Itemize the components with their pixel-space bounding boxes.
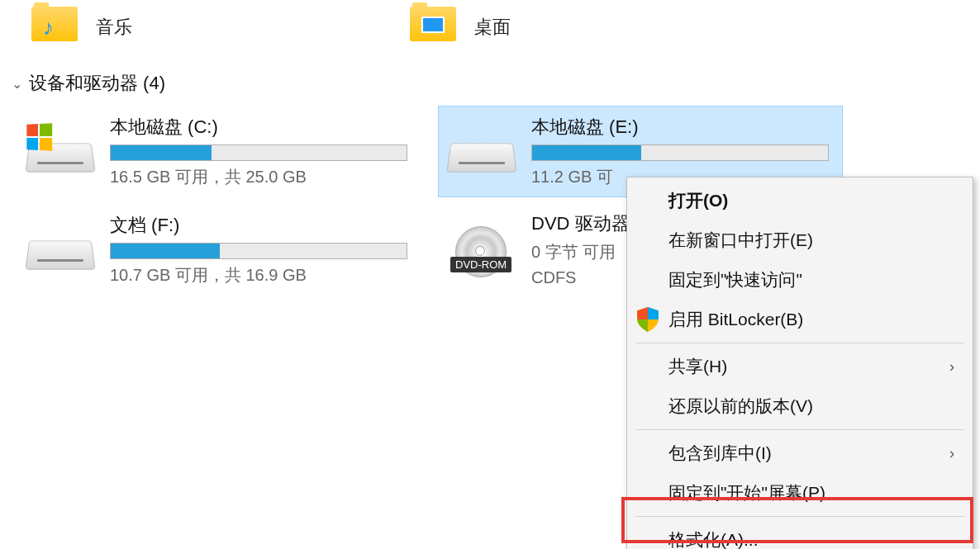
- submenu-arrow-icon: ›: [949, 358, 954, 376]
- windows-logo-icon: [26, 123, 52, 151]
- menu-separator: [635, 516, 964, 517]
- menu-restore-previous[interactable]: 还原以前的版本(V): [629, 386, 971, 426]
- menu-open[interactable]: 打开(O): [629, 181, 971, 220]
- folder-desktop[interactable]: 桌面: [403, 0, 517, 54]
- folder-desktop-label: 桌面: [474, 15, 511, 40]
- drive-f-icon: [27, 226, 95, 272]
- drive-f-name: 文档 (F:): [110, 213, 411, 238]
- context-menu: 打开(O) 在新窗口中打开(E) 固定到"快速访问" 启用 BitLocker(…: [626, 177, 973, 549]
- menu-bitlocker[interactable]: 启用 BitLocker(B): [629, 300, 971, 339]
- submenu-arrow-icon: ›: [949, 445, 954, 462]
- drive-e-name: 本地磁盘 (E:): [531, 115, 832, 140]
- drive-c-usage-bar: [110, 144, 407, 161]
- uac-shield-icon: [637, 307, 659, 332]
- drive-f-usage-bar: [110, 243, 407, 259]
- menu-pin-start[interactable]: 固定到"开始"屏幕(P): [629, 473, 971, 513]
- devices-section-title: 设备和驱动器 (4): [29, 71, 165, 96]
- folder-desktop-icon: [410, 7, 459, 48]
- drive-c-name: 本地磁盘 (C:): [110, 115, 411, 140]
- folder-music-label: 音乐: [96, 15, 132, 40]
- drive-e-usage-bar: [531, 144, 829, 161]
- menu-separator: [635, 343, 964, 343]
- drive-c-icon: [27, 129, 95, 175]
- menu-share[interactable]: 共享(H) ›: [629, 347, 971, 386]
- chevron-down-icon: ⌄: [12, 76, 22, 92]
- folder-music[interactable]: ♪ 音乐: [25, 0, 139, 54]
- devices-section-header[interactable]: ⌄ 设备和驱动器 (4): [0, 54, 980, 106]
- folder-music-icon: ♪: [31, 7, 81, 48]
- dvd-drive-icon: DVD-ROM: [449, 226, 516, 272]
- drive-f-stats: 10.7 GB 可用，共 16.9 GB: [110, 264, 411, 286]
- drive-e-icon: [449, 129, 516, 175]
- drive-f[interactable]: 文档 (F:) 10.7 GB 可用，共 16.9 GB: [17, 202, 421, 296]
- drive-c-stats: 16.5 GB 可用，共 25.0 GB: [110, 166, 411, 188]
- menu-open-new-window[interactable]: 在新窗口中打开(E): [629, 220, 971, 260]
- drive-c[interactable]: 本地磁盘 (C:) 16.5 GB 可用，共 25.0 GB: [17, 106, 421, 197]
- menu-pin-quick-access[interactable]: 固定到"快速访问": [629, 260, 971, 300]
- user-folders-row: ♪ 音乐 桌面: [0, 0, 980, 54]
- menu-format[interactable]: 格式化(A)...: [629, 520, 971, 549]
- menu-include-library[interactable]: 包含到库中(I) ›: [629, 433, 971, 473]
- menu-separator: [635, 429, 964, 430]
- dvd-rom-badge: DVD-ROM: [450, 257, 511, 272]
